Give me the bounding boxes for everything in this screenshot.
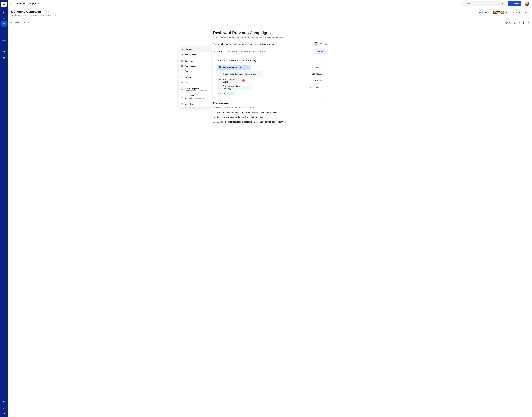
- ctx-link-to-item[interactable]: Link to itemLink related items together: [179, 93, 211, 100]
- copy-icon: [181, 76, 183, 78]
- ctx-add-attachment[interactable]: Add attachment: [179, 52, 211, 57]
- svg-point-15: [527, 22, 527, 23]
- ctx-comment[interactable]: Comment: [179, 59, 211, 63]
- ctx-edit-poll[interactable]: Edit poll: [179, 47, 211, 52]
- participant-avatar-more[interactable]: +4: [504, 10, 508, 15]
- nav-help-icon[interactable]: [1, 411, 7, 417]
- poll-option-row[interactable]: Product Launch Event4 votes (20%): [217, 78, 322, 83]
- nav-tasks-icon[interactable]: [1, 27, 7, 33]
- poll-option-row[interactable]: Social Media Influencer Collaboration7 v…: [217, 71, 322, 77]
- more-actions-icon[interactable]: [42, 10, 45, 13]
- poll-vote-count: 5 votes (25%): [311, 66, 322, 68]
- ctx-delete[interactable]: Delete: [179, 80, 211, 85]
- nav-attachments-icon[interactable]: [1, 54, 7, 60]
- nav-home-icon[interactable]: [1, 9, 7, 14]
- assignee-avatar[interactable]: [314, 42, 318, 46]
- svg-rect-18: [181, 61, 183, 62]
- nav-briefcase-icon[interactable]: [1, 15, 7, 21]
- search-input[interactable]: [462, 1, 506, 6]
- poll-option-label: Social Media Influencer Collaboration: [223, 73, 257, 75]
- poll-option[interactable]: Product Launch Event: [217, 78, 246, 83]
- ctx-add-reaction[interactable]: Add reaction: [179, 63, 211, 69]
- breadcrumb-chevron-right-icon[interactable]: [9, 3, 12, 5]
- app-logo[interactable]: [1, 2, 7, 7]
- join-call-button[interactable]: Join call: [477, 10, 492, 15]
- toolbar-stack-count[interactable]: (10): [513, 21, 520, 24]
- info-icon: [181, 103, 183, 105]
- agenda-item[interactable]: Results, metrics, and feedback from the …: [213, 42, 327, 46]
- svg-point-27: [215, 118, 215, 118]
- nav-chart-icon[interactable]: [1, 42, 7, 48]
- poll-option-row[interactable]: Seasonal Promotion5 votes (25%): [217, 65, 322, 70]
- ctx-duplicate[interactable]: Duplicate: [179, 75, 211, 80]
- poll-option[interactable]: Content Marketing Campaign: [217, 84, 251, 90]
- poll-type-icon: [213, 50, 216, 53]
- poll-total-votes[interactable]: 20 votes: [217, 92, 225, 94]
- svg-point-10: [43, 12, 44, 12]
- add-content-chevron-down-icon[interactable]: [27, 21, 29, 24]
- invite-label: Invite: [515, 11, 520, 14]
- participant-avatars: +4: [494, 10, 508, 15]
- search-icon[interactable]: [502, 2, 505, 5]
- add-content-plus-icon[interactable]: [23, 21, 26, 24]
- join-call-label: Join call: [482, 11, 490, 14]
- chevron-right-icon: [207, 96, 209, 98]
- document: Review of Previous Campaigns Start with …: [213, 31, 327, 123]
- poll-option[interactable]: Social Media Influencer Collaboration: [217, 71, 262, 77]
- poll-card-question: When to have our next team meeting?: [217, 59, 322, 62]
- poll-question-inline: "When to have our next team meeting?": [224, 50, 266, 53]
- poll-prefix: Poll:: [218, 50, 223, 53]
- decision-icon: [213, 112, 215, 114]
- ctx-add-tag[interactable]: Add tag: [179, 69, 211, 73]
- poll-option[interactable]: Seasonal Promotion: [217, 65, 251, 70]
- decision-item[interactable]: Allocate budget resources strategically …: [213, 121, 327, 123]
- nav-settings-icon[interactable]: [1, 405, 7, 411]
- tag-icon: [181, 70, 183, 72]
- block-context-menu: Edit poll Add attachment Comment Add rea…: [179, 47, 211, 107]
- favorite-star-icon[interactable]: [46, 10, 49, 13]
- svg-point-19: [181, 65, 183, 67]
- content-area: Add content: (6) (10) Review of Previous…: [8, 19, 532, 417]
- main-area: Marketing Campaign Create Marketing Camp…: [8, 0, 532, 417]
- content-toolbar: Add content: (6) (10): [8, 19, 532, 26]
- svg-point-16: [528, 22, 528, 23]
- svg-rect-22: [181, 77, 182, 78]
- svg-point-28: [213, 123, 214, 123]
- toolbar-tasks-count[interactable]: (6): [505, 21, 511, 24]
- checkbox-icon[interactable]: [219, 79, 221, 82]
- breadcrumb-title[interactable]: Marketing Campaign: [14, 2, 39, 5]
- comments-button[interactable]: [524, 10, 529, 15]
- decision-item[interactable]: Reduce costs and adjust the budget based…: [213, 111, 327, 114]
- svg-point-5: [4, 52, 5, 52]
- verified-badge-icon: [242, 79, 245, 82]
- poll-vote-count: 4 votes (20%): [311, 86, 322, 88]
- poll-state-badge: open: [228, 92, 234, 94]
- nav-decisions-icon[interactable]: [1, 48, 7, 54]
- svg-point-25: [215, 113, 215, 114]
- trash-icon: [181, 81, 183, 83]
- checkbox-icon[interactable]: [219, 73, 221, 75]
- ctx-make-collapsible[interactable]: Make collapsibleShow/hide related items …: [179, 86, 211, 93]
- nav-calendar-icon[interactable]: [1, 21, 7, 27]
- svg-rect-21: [182, 77, 183, 78]
- edit-poll-button[interactable]: Edit poll: [313, 49, 327, 54]
- decisions-title: Decisions: [213, 101, 327, 105]
- toolbar-notes-icon[interactable]: [522, 21, 525, 24]
- nav-store-icon[interactable]: [1, 399, 7, 405]
- poll-option-row[interactable]: Content Marketing Campaign4 votes (20%): [217, 84, 322, 90]
- checkbox-icon[interactable]: [219, 86, 221, 88]
- create-button[interactable]: Create: [508, 1, 521, 6]
- svg-point-24: [213, 113, 214, 114]
- comment-icon: [181, 60, 183, 62]
- checkbox-circle-icon[interactable]: [213, 43, 216, 45]
- decision-text: Allocate budget resources strategically …: [217, 121, 286, 123]
- ctx-view-details[interactable]: View details: [179, 102, 211, 107]
- decision-text: Reduce costs and adjust the budget based…: [217, 111, 278, 114]
- link-icon: [181, 96, 183, 98]
- toolbar-more-icon[interactable]: [527, 21, 529, 24]
- checkbox-icon[interactable]: [219, 66, 221, 68]
- nav-analytics-icon[interactable]: [1, 33, 7, 39]
- user-avatar[interactable]: [525, 1, 529, 6]
- invite-button[interactable]: Invite: [510, 10, 522, 15]
- decision-item[interactable]: Decide on primary marketing channels to …: [213, 116, 327, 118]
